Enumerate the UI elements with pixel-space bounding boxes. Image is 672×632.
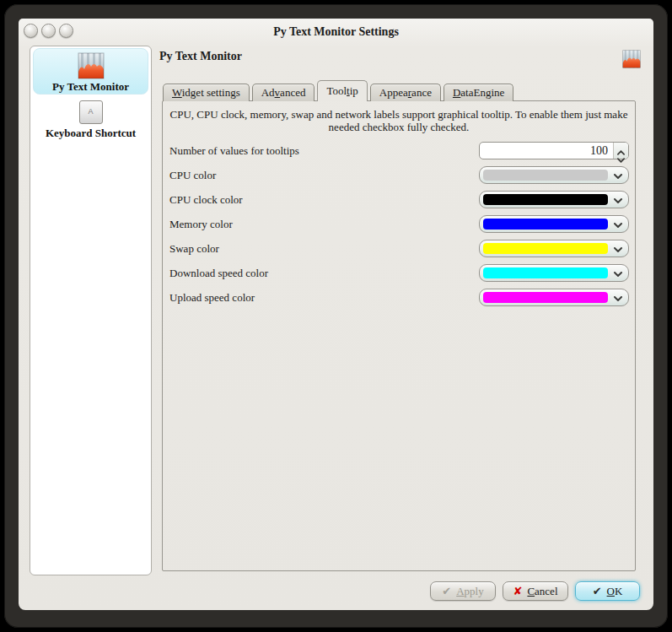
page-title: Py Text Monitor <box>159 50 242 63</box>
sidebar-item-py-text-monitor[interactable]: Py Text Monitor <box>33 48 148 95</box>
color-swatch <box>483 292 608 303</box>
tab-appearance[interactable]: Appearance <box>370 84 441 101</box>
tab-widget-settings[interactable]: Widget settings <box>163 84 250 101</box>
sidebar-item-keyboard-shortcut[interactable]: A Keyboard Shortcut <box>33 99 148 148</box>
row-label: Number of values for tooltips <box>169 144 299 158</box>
sidebar-item-label: Keyboard Shortcut <box>33 127 148 140</box>
row-label: Upload speed color <box>169 291 255 305</box>
color-swatch <box>483 194 608 205</box>
color-swatch <box>483 219 608 230</box>
window-title: Py Text Monitor Settings <box>19 25 653 39</box>
cancel-button[interactable]: ✘ Cancel <box>503 581 568 601</box>
tab-tooltip[interactable]: Tooltip <box>317 80 367 101</box>
keyboard-key-icon: A <box>79 100 103 124</box>
form-row-memory-color: Memory color <box>169 215 629 233</box>
py-text-monitor-chart-icon <box>78 52 105 79</box>
apply-button[interactable]: ✔ Apply <box>430 581 496 601</box>
row-label: CPU clock color <box>169 193 243 207</box>
chevron-down-icon <box>614 247 622 252</box>
check-icon: ✔ <box>593 586 602 597</box>
check-icon: ✔ <box>442 586 451 597</box>
cross-icon: ✘ <box>513 586 523 597</box>
chevron-down-icon <box>614 296 622 301</box>
chevron-down-icon <box>614 272 622 277</box>
chevron-down-icon <box>614 198 622 203</box>
spin-buttons <box>613 143 628 159</box>
keyboard-key-letter: A <box>80 107 102 116</box>
tooltip-tab-panel: CPU, CPU clock, memory, swap and network… <box>162 100 636 571</box>
form-row-download-speed-color: Download speed color <box>169 264 629 282</box>
form-row-number-of-values: Number of values for tooltips <box>169 142 629 159</box>
row-label: Memory color <box>169 218 233 231</box>
py-text-monitor-chart-icon-small <box>622 50 641 68</box>
row-label: Download speed color <box>169 267 268 280</box>
chevron-down-icon <box>617 158 625 163</box>
swap-color-combo[interactable] <box>479 240 629 257</box>
tab-advanced[interactable]: Advanced <box>252 84 315 101</box>
spin-down-button[interactable] <box>614 151 628 159</box>
chevron-down-icon <box>614 174 622 179</box>
tooltip-description: CPU, CPU clock, memory, swap and network… <box>163 101 635 133</box>
form-row-cpu-clock-color: CPU clock color <box>169 191 629 208</box>
values-for-tooltips-spinbox[interactable] <box>479 142 629 159</box>
form-rows: Number of values for tooltips CPU color <box>169 142 629 306</box>
upload-speed-color-combo[interactable] <box>479 289 629 306</box>
color-swatch <box>483 267 608 278</box>
memory-color-combo[interactable] <box>479 215 629 233</box>
ok-button[interactable]: ✔ OK <box>575 581 640 601</box>
form-row-cpu-color: CPU color <box>169 166 629 184</box>
color-swatch <box>483 243 608 254</box>
tab-dataengine[interactable]: DataEngine <box>444 84 513 101</box>
cpu-clock-color-combo[interactable] <box>479 191 629 208</box>
form-row-upload-speed-color: Upload speed color <box>169 289 629 306</box>
settings-window: Py Text Monitor Settings Py Text Monitor… <box>19 19 653 610</box>
row-label: Swap color <box>169 242 219 256</box>
row-label: CPU color <box>169 169 216 182</box>
sidebar-item-label: Py Text Monitor <box>34 80 148 94</box>
color-swatch <box>483 170 608 181</box>
values-for-tooltips-input[interactable] <box>483 143 608 158</box>
chevron-down-icon <box>614 223 622 228</box>
form-row-swap-color: Swap color <box>169 240 629 257</box>
tab-bar: Widget settings Advanced Tooltip Appeara… <box>163 80 516 101</box>
download-speed-color-combo[interactable] <box>479 264 629 282</box>
sidebar: Py Text Monitor A Keyboard Shortcut <box>30 46 152 575</box>
screenshot-root: { "window": { "title": "Py Text Monitor … <box>0 0 672 632</box>
cpu-color-combo[interactable] <box>479 166 629 184</box>
